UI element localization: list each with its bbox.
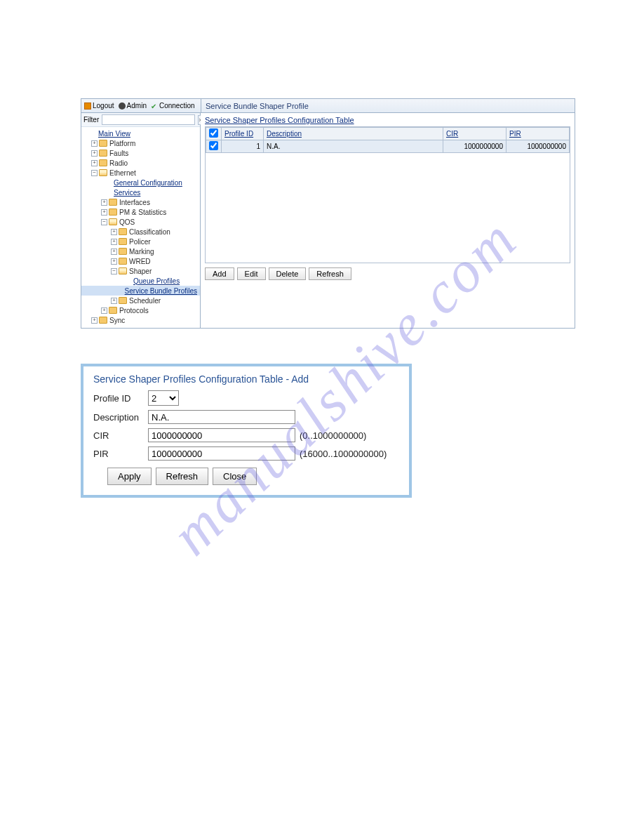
tree-main-view[interactable]: Main View [81, 128, 200, 138]
close-button[interactable]: Close [213, 468, 257, 485]
tree-label: Ethernet [109, 169, 136, 177]
pir-hint: (16000..1000000000) [300, 449, 387, 459]
profiles-table: Profile ID Description CIR PIR 1 N.A. 10… [206, 127, 570, 153]
nav-tree: Main View + Platform + Faults + Radio [81, 127, 200, 328]
admin-link[interactable]: Admin [119, 102, 147, 110]
tree-services[interactable]: Services [81, 187, 200, 197]
expand-icon[interactable]: + [111, 258, 117, 265]
folder-icon [99, 317, 107, 324]
row-checkbox[interactable] [209, 141, 218, 150]
tree-wred[interactable]: + WRED [81, 256, 200, 266]
content-area: Service Shaper Profiles Configuration Ta… [201, 113, 575, 328]
tree-platform[interactable]: + Platform [81, 138, 200, 148]
tree-service-bundle-profiles[interactable]: Service Bundle Profiles [81, 286, 200, 296]
tree-label: Services [114, 189, 140, 197]
tree-faults[interactable]: + Faults [81, 148, 200, 158]
cell-cir: 1000000000 [443, 140, 507, 153]
tree-protocols[interactable]: + Protocols [81, 305, 200, 315]
collapse-icon[interactable]: − [111, 268, 117, 274]
tree-interfaces[interactable]: + Interfaces [81, 197, 200, 207]
tree-general-config[interactable]: General Configuration [81, 178, 200, 187]
description-input[interactable] [148, 410, 295, 424]
tree-label: Main View [98, 130, 130, 138]
folder-icon [119, 248, 127, 255]
tree-policer[interactable]: + Policer [81, 237, 200, 246]
table-row[interactable]: 1 N.A. 1000000000 1000000000 [206, 140, 570, 153]
delete-button[interactable]: Delete [269, 267, 307, 280]
expand-icon[interactable]: + [101, 307, 107, 314]
expand-icon[interactable]: + [91, 150, 98, 157]
expand-icon[interactable]: + [111, 229, 117, 235]
admin-icon [119, 102, 126, 110]
add-button[interactable]: Add [205, 267, 234, 280]
dialog-title: Service Shaper Profiles Configuration Ta… [93, 373, 399, 385]
refresh-button[interactable]: Refresh [309, 267, 351, 280]
tree-classification[interactable]: + Classification [81, 227, 200, 237]
header-pir[interactable]: PIR [507, 128, 570, 140]
pir-label: PIR [93, 449, 148, 459]
header-profile-id[interactable]: Profile ID [222, 128, 264, 140]
tree-label: Platform [109, 140, 135, 147]
folder-icon [109, 208, 117, 216]
folder-icon [99, 140, 107, 147]
tree-label: Service Bundle Profiles [125, 287, 197, 295]
dialog-refresh-button[interactable]: Refresh [156, 468, 209, 485]
spacer [101, 190, 107, 196]
tree-scheduler[interactable]: + Scheduler [81, 296, 200, 305]
tree-queue-profiles[interactable]: Queue Profiles [81, 276, 200, 286]
tree-radio[interactable]: + Radio [81, 158, 200, 168]
collapse-icon[interactable]: − [91, 170, 98, 176]
tree-qos[interactable]: − QOS [81, 217, 200, 227]
tree-pm-statistics[interactable]: + PM & Statistics [81, 207, 200, 217]
header-cir[interactable]: CIR [443, 128, 507, 140]
logout-link[interactable]: Logout [84, 102, 114, 110]
tree-label: Radio [109, 159, 128, 167]
tree-marking[interactable]: + Marking [81, 246, 200, 256]
folder-open-icon [119, 267, 127, 274]
header-checkbox-cell [206, 128, 222, 140]
expand-icon[interactable]: + [111, 298, 117, 304]
folder-open-icon [99, 169, 107, 176]
connection-link[interactable]: ✔ Connection [151, 102, 195, 110]
expand-icon[interactable]: + [101, 199, 107, 206]
tree-shaper[interactable]: − Shaper [81, 266, 200, 276]
sidebar: Filter × Main View + Platform + [81, 113, 201, 328]
expand-icon[interactable]: + [91, 160, 98, 166]
tree-sync[interactable]: + Sync [81, 315, 200, 325]
collapse-icon[interactable]: − [101, 219, 107, 225]
filter-label: Filter [83, 116, 99, 124]
connection-label: Connection [159, 102, 195, 110]
tree-label: Protocols [119, 307, 149, 315]
cell-description: N.A. [264, 140, 443, 153]
pir-input[interactable] [148, 446, 295, 461]
spacer [121, 278, 127, 284]
tree-label: General Configuration [114, 179, 182, 187]
filter-row: Filter × [81, 113, 200, 127]
expand-icon[interactable]: + [111, 249, 117, 255]
row-description: Description [93, 410, 399, 424]
edit-button[interactable]: Edit [237, 267, 266, 280]
apply-button[interactable]: Apply [107, 468, 152, 485]
expand-icon[interactable]: + [111, 239, 117, 245]
tree-label: Classification [129, 228, 170, 236]
spacer-icon [109, 189, 112, 196]
cir-input[interactable] [148, 428, 295, 442]
filter-input[interactable] [102, 114, 195, 125]
expand-icon[interactable]: + [91, 140, 98, 147]
header-description[interactable]: Description [264, 128, 443, 140]
logout-label: Logout [93, 102, 114, 110]
tree-ethernet[interactable]: − Ethernet [81, 168, 200, 178]
spacer [86, 131, 92, 137]
spacer-icon [93, 130, 96, 137]
add-dialog: Service Shaper Profiles Configuration Ta… [81, 364, 412, 498]
row-checkbox-cell [206, 140, 222, 153]
dialog-button-row: Apply Refresh Close [93, 468, 399, 485]
expand-icon[interactable]: + [101, 209, 107, 216]
main-window: Logout Admin ✔ Connection Service Bundle… [81, 98, 575, 329]
profile-id-select[interactable]: 2 [148, 390, 179, 406]
select-all-checkbox[interactable] [209, 128, 218, 138]
cell-pir: 1000000000 [507, 140, 570, 153]
cell-profile-id: 1 [222, 140, 264, 153]
body-row: Filter × Main View + Platform + [81, 113, 575, 328]
expand-icon[interactable]: + [91, 317, 98, 324]
